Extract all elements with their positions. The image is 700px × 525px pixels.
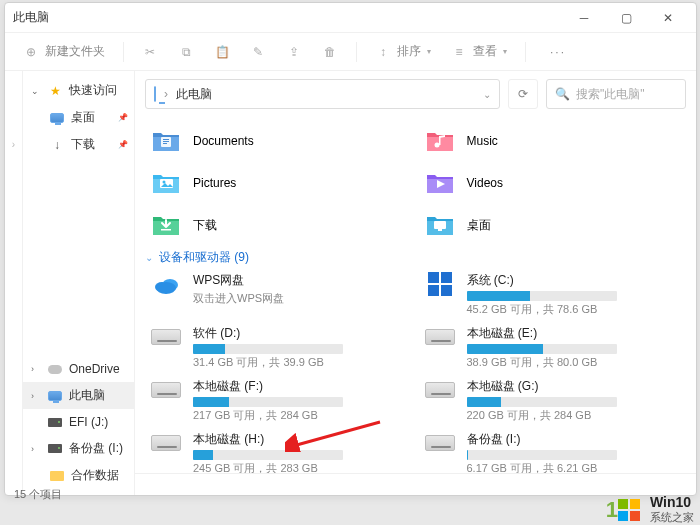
section-label: 设备和驱动器 (9): [159, 249, 249, 266]
drive-usage-bar: [193, 450, 343, 460]
sidebar-label: 合作数据: [71, 467, 119, 484]
drive-item[interactable]: 软件 (D:)31.4 GB 可用，共 39.9 GB: [147, 323, 411, 372]
drive-name: 本地磁盘 (G:): [467, 378, 683, 395]
close-button[interactable]: ✕: [648, 4, 688, 32]
sidebar-label: EFI (J:): [69, 415, 108, 429]
drive-subtitle: 217 GB 可用，共 284 GB: [193, 408, 409, 423]
sidebar-backup-drive[interactable]: › 备份盘 (I:): [23, 435, 134, 462]
chevron-right-icon: ›: [31, 364, 41, 374]
titlebar: 此电脑 ─ ▢ ✕: [5, 3, 696, 33]
library-folder-downloads[interactable]: 下载: [147, 207, 411, 243]
maximize-button[interactable]: ▢: [606, 4, 646, 32]
pin-icon: 📌: [118, 140, 128, 149]
drive-icon: [423, 431, 457, 455]
drive-subtitle: 31.4 GB 可用，共 39.9 GB: [193, 355, 409, 370]
svg-rect-10: [438, 229, 442, 231]
content-area: DocumentsMusicPicturesVideos下载桌面 ⌄ 设备和驱动…: [135, 117, 696, 473]
address-location: 此电脑: [176, 86, 212, 103]
drive-item[interactable]: 本地磁盘 (E:)38.9 GB 可用，共 80.0 GB: [421, 323, 685, 372]
cut-button[interactable]: ✂: [134, 40, 166, 64]
drive-item[interactable]: 本地磁盘 (H:)245 GB 可用，共 283 GB: [147, 429, 411, 473]
drive-subtitle: 45.2 GB 可用，共 78.6 GB: [467, 302, 683, 317]
drive-item[interactable]: 本地磁盘 (F:)217 GB 可用，共 284 GB: [147, 376, 411, 425]
sidebar-quick-access[interactable]: ⌄ ★ 快速访问: [23, 77, 134, 104]
nav-forward-icon[interactable]: ›: [12, 139, 15, 150]
drive-item[interactable]: 备份盘 (I:)6.17 GB 可用，共 6.21 GB: [421, 429, 685, 473]
chevron-down-icon: ⌄: [31, 86, 41, 96]
drive-item[interactable]: WPS网盘双击进入WPS网盘: [147, 270, 411, 319]
section-devices-drives[interactable]: ⌄ 设备和驱动器 (9): [145, 249, 684, 266]
chevron-down-icon: ▾: [503, 47, 507, 56]
music-folder-icon: [423, 127, 457, 155]
sidebar-onedrive[interactable]: › OneDrive: [23, 356, 134, 382]
divider: [123, 42, 124, 62]
svg-rect-3: [163, 143, 167, 144]
rename-button[interactable]: ✎: [242, 40, 274, 64]
address-bar[interactable]: › 此电脑 ⌄: [145, 79, 500, 109]
pin-icon: 📌: [118, 113, 128, 122]
onedrive-icon: [47, 361, 63, 377]
videos-folder-icon: [423, 169, 457, 197]
chevron-right-icon: ›: [31, 444, 41, 454]
library-folder-pictures[interactable]: Pictures: [147, 165, 411, 201]
search-input[interactable]: 🔍 搜索"此电脑": [546, 79, 686, 109]
sidebar-desktop[interactable]: 桌面 📌: [23, 104, 134, 131]
desktop-icon: [49, 110, 65, 126]
drive-icon: [423, 272, 457, 296]
desktop-folder-icon: [423, 211, 457, 239]
drive-icon: [47, 414, 63, 430]
drive-name: 备份盘 (I:): [467, 431, 683, 448]
copy-button[interactable]: ⧉: [170, 40, 202, 64]
more-button[interactable]: ···: [542, 41, 574, 63]
library-folder-docs[interactable]: Documents: [147, 123, 411, 159]
drive-name: 软件 (D:): [193, 325, 409, 342]
drive-icon: [423, 378, 457, 402]
sidebar-label: 快速访问: [69, 82, 117, 99]
new-folder-label: 新建文件夹: [45, 43, 105, 60]
drive-subtitle: 6.17 GB 可用，共 6.21 GB: [467, 461, 683, 473]
library-label: Documents: [193, 134, 254, 148]
minimize-button[interactable]: ─: [564, 4, 604, 32]
drive-usage-bar: [467, 397, 617, 407]
brand-one-icon: 1: [606, 497, 618, 523]
view-button[interactable]: ≡ 查看 ▾: [443, 39, 515, 64]
svg-rect-2: [163, 141, 169, 142]
new-folder-icon: ⊕: [23, 44, 39, 60]
brand-line2: 系统之家: [650, 510, 694, 525]
share-icon: ⇪: [286, 44, 302, 60]
drive-usage-bar: [467, 344, 617, 354]
drive-usage-bar: [193, 344, 343, 354]
rename-icon: ✎: [250, 44, 266, 60]
library-label: 桌面: [467, 217, 491, 234]
sidebar-downloads[interactable]: ↓ 下载 📌: [23, 131, 134, 158]
library-folder-desktop[interactable]: 桌面: [421, 207, 685, 243]
search-placeholder: 搜索"此电脑": [576, 86, 645, 103]
share-button[interactable]: ⇪: [278, 40, 310, 64]
downloads-icon: ↓: [49, 137, 65, 153]
chevron-down-icon: ⌄: [145, 252, 153, 263]
drive-name: 本地磁盘 (E:): [467, 325, 683, 342]
sidebar-label: 备份盘 (I:): [69, 440, 123, 457]
divider: [356, 42, 357, 62]
library-folder-music[interactable]: Music: [421, 123, 685, 159]
paste-button[interactable]: 📋: [206, 40, 238, 64]
this-pc-icon: [47, 388, 63, 404]
sidebar-label: 此电脑: [69, 387, 105, 404]
drive-item[interactable]: 本地磁盘 (G:)220 GB 可用，共 284 GB: [421, 376, 685, 425]
library-label: Videos: [467, 176, 503, 190]
library-folder-videos[interactable]: Videos: [421, 165, 685, 201]
new-folder-button[interactable]: ⊕ 新建文件夹: [15, 39, 113, 64]
delete-icon: 🗑: [322, 44, 338, 60]
delete-button[interactable]: 🗑: [314, 40, 346, 64]
drive-icon: [149, 325, 183, 349]
sidebar-coop-folder[interactable]: 合作数据: [23, 462, 134, 489]
docs-folder-icon: [149, 127, 183, 155]
refresh-button[interactable]: ⟳: [508, 79, 538, 109]
status-item-count: 15 个项目: [14, 487, 62, 502]
drive-item[interactable]: 系统 (C:)45.2 GB 可用，共 78.6 GB: [421, 270, 685, 319]
toolbar: ⊕ 新建文件夹 ✂ ⧉ 📋 ✎ ⇪ 🗑 ↕ 排序 ▾ ≡ 查看 ▾ ···: [5, 33, 696, 71]
sidebar-efi-drive[interactable]: EFI (J:): [23, 409, 134, 435]
drive-subtitle: 220 GB 可用，共 284 GB: [467, 408, 683, 423]
sidebar-this-pc[interactable]: › 此电脑: [23, 382, 134, 409]
sort-button[interactable]: ↕ 排序 ▾: [367, 39, 439, 64]
